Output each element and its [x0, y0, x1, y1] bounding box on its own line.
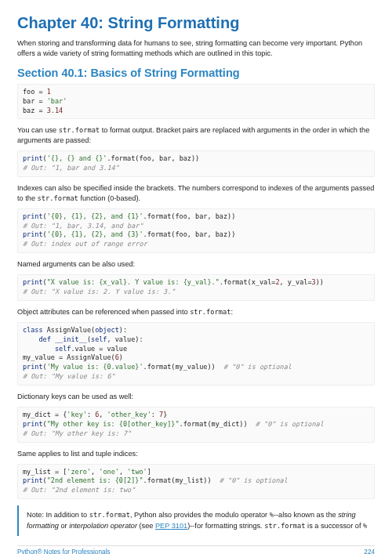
paragraph-6: Same applies to list and tuple indices: — [17, 449, 375, 459]
inline-code: % — [363, 522, 367, 530]
intro-paragraph: When storing and transforming data for h… — [17, 38, 375, 59]
inline-code: str.format — [264, 522, 305, 530]
page-footer: Python® Notes for Professionals 224 — [17, 545, 375, 554]
code-block-list: my_list = ['zero', 'one', 'two'] print("… — [17, 464, 375, 500]
section-title: Section 40.1: Basics of String Formattin… — [17, 67, 375, 79]
emphasis: interpolation operator — [69, 522, 137, 530]
note-box: Note: In addition to str.format, Python … — [17, 505, 375, 536]
paragraph-4: Object attributes can be referenced when… — [17, 307, 375, 317]
paragraph-2: Indexes can also be specified inside the… — [17, 183, 375, 204]
chapter-title: Chapter 40: String Formatting — [17, 14, 375, 32]
inline-code: str.format — [38, 194, 78, 202]
inline-code: str.format — [190, 308, 230, 316]
pep-link[interactable]: PEP 3101 — [155, 522, 187, 530]
code-block-named: print("X value is: {x_val}. Y value is: … — [17, 274, 375, 301]
code-block-vars: foo = 1 bar = 'bar' baz = 3.14 — [17, 84, 375, 120]
code-block-basic-format: print('{}, {} and {}'.format(foo, bar, b… — [17, 150, 375, 177]
inline-code: str.format — [89, 511, 130, 519]
page-number: 224 — [364, 549, 375, 554]
code-block-indexed: print('{0}, {1}, {2}, and {1}'.format(fo… — [17, 208, 375, 254]
paragraph-5: Dictionary keys can be used as well: — [17, 392, 375, 402]
paragraph-3: Named arguments can be also used: — [17, 259, 375, 270]
paragraph-1: You can use str.format to format output.… — [17, 125, 375, 146]
inline-code: str.format — [59, 126, 100, 134]
code-block-attributes: class AssignValue(object): def __init__(… — [17, 322, 375, 386]
code-block-dict: my_dict = {'key': 6, 'other_key': 7} pri… — [17, 407, 375, 443]
footer-title: Python® Notes for Professionals — [17, 549, 110, 554]
